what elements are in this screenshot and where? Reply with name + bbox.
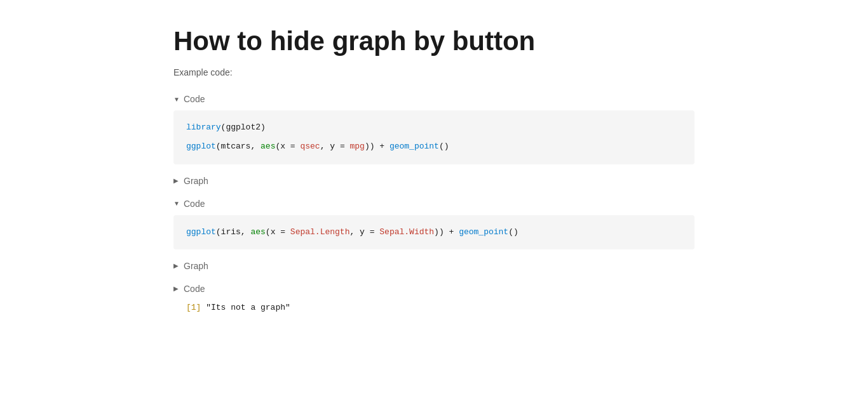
- kw-mpg: mpg: [349, 142, 364, 151]
- output-index: [1]: [186, 303, 201, 312]
- kw-close-2: )) +: [434, 227, 459, 237]
- code-block-2: ggplot(iris, aes(x = Sepal.Length, y = S…: [173, 215, 695, 249]
- graph-2-toggle[interactable]: ▶ Graph: [173, 257, 695, 275]
- kw-geompoint-2: geom_point: [459, 227, 508, 237]
- kw-paren-1: (mtcars,: [216, 142, 261, 151]
- arrow-code-3: ▶: [173, 285, 180, 292]
- kw-aes-1: aes: [261, 142, 275, 151]
- label-graph-1: Graph: [184, 176, 208, 186]
- example-label: Example code:: [173, 67, 695, 77]
- kw-qsec: qsec: [300, 142, 320, 151]
- arrow-code-1: ▼: [173, 96, 180, 103]
- arrow-code-2: ▼: [173, 200, 180, 207]
- section-graph-1: ▶ Graph: [173, 172, 695, 190]
- kw-empty-2: (): [508, 227, 519, 237]
- kw-x-2: (x =: [266, 227, 290, 237]
- kw-library: library: [186, 122, 221, 132]
- kw-aes-2: aes: [250, 227, 265, 237]
- kw-empty-1: (): [439, 142, 449, 151]
- code-line-1-1: library(ggplot2): [186, 121, 682, 135]
- graph-1-toggle[interactable]: ▶ Graph: [173, 172, 695, 190]
- arrow-graph-2: ▶: [173, 262, 180, 269]
- output-block-1: [1] "Its not a graph": [173, 298, 695, 317]
- page-title: How to hide graph by button: [173, 25, 695, 57]
- code-1-toggle[interactable]: ▼ Code: [173, 90, 695, 108]
- kw-sepal-length: Sepal.Length: [290, 227, 350, 237]
- code-line-1-2: ggplot(mtcars, aes(x = qsec, y = mpg)) +…: [186, 140, 682, 154]
- kw-ggplot-2: ggplot: [186, 227, 216, 237]
- page-container: How to hide graph by button Example code…: [148, 13, 720, 335]
- label-graph-2: Graph: [184, 261, 208, 271]
- arrow-graph-1: ▶: [173, 177, 180, 184]
- section-code-2: ▼ Code ggplot(iris, aes(x = Sepal.Length…: [173, 195, 695, 249]
- section-graph-2: ▶ Graph: [173, 257, 695, 275]
- kw-sepal-width: Sepal.Width: [379, 227, 434, 237]
- kw-x-1: (x =: [275, 142, 300, 151]
- kw-comma-1: , y =: [320, 142, 350, 151]
- label-code-3: Code: [184, 284, 205, 294]
- code-block-1: library(ggplot2) ggplot(mtcars, aes(x = …: [173, 110, 695, 164]
- kw-ggplot2: (ggplot2): [221, 122, 266, 132]
- kw-close-1: )) +: [365, 142, 390, 151]
- kw-paren-2: (iris,: [216, 227, 251, 237]
- kw-ggplot-1: ggplot: [186, 142, 216, 151]
- code-2-toggle[interactable]: ▼ Code: [173, 195, 695, 213]
- code-line-2-1: ggplot(iris, aes(x = Sepal.Length, y = S…: [186, 225, 682, 239]
- label-code-2: Code: [184, 199, 205, 209]
- code-3-toggle[interactable]: ▶ Code: [173, 280, 695, 298]
- label-code-1: Code: [184, 94, 205, 104]
- output-text: "Its not a graph": [201, 303, 290, 312]
- section-code-3: ▶ Code [1] "Its not a graph": [173, 280, 695, 317]
- section-code-1: ▼ Code library(ggplot2) ggplot(mtcars, a…: [173, 90, 695, 164]
- kw-geompoint-1: geom_point: [390, 142, 439, 151]
- kw-comma-2: , y =: [349, 227, 379, 237]
